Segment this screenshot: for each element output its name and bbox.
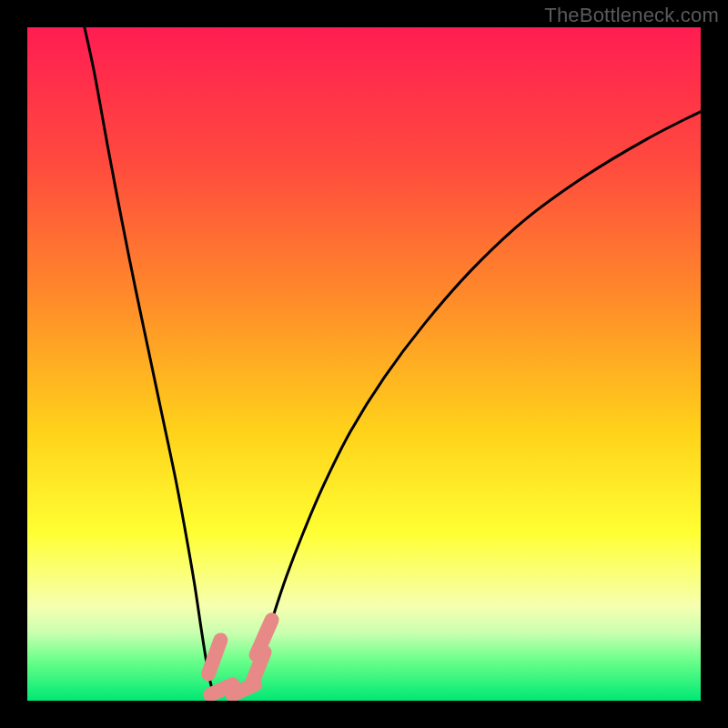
gradient-background: [27, 27, 701, 701]
watermark-text: TheBottleneck.com: [544, 4, 719, 27]
chart-svg: [27, 27, 701, 701]
outer-frame: TheBottleneck.com: [0, 0, 728, 728]
plot-area: [27, 27, 701, 701]
